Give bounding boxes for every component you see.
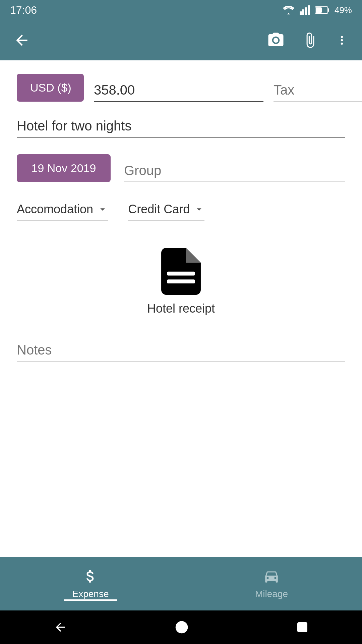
svg-rect-1 — [302, 9, 304, 15]
signal-icon — [300, 5, 310, 15]
mileage-icon — [263, 568, 280, 585]
status-time: 17:06 — [10, 4, 37, 16]
receipt-file-icon — [161, 248, 201, 295]
status-icons: 49% — [282, 5, 352, 15]
app-bar-left — [13, 32, 30, 49]
svg-rect-5 — [328, 8, 329, 12]
more-options-button[interactable] — [335, 31, 349, 49]
bottom-nav: Expense Mileage — [0, 557, 362, 610]
currency-button[interactable]: USD ($) — [17, 74, 84, 102]
payment-chevron-icon — [194, 204, 204, 215]
date-group-row: 19 Nov 2019 — [17, 154, 345, 182]
nav-mileage[interactable]: Mileage — [181, 568, 362, 599]
android-recents-button[interactable] — [296, 621, 308, 633]
svg-point-9 — [176, 622, 187, 633]
amount-row: USD ($) — [17, 74, 345, 102]
category-chevron-icon — [97, 204, 108, 215]
group-input[interactable] — [124, 163, 345, 182]
svg-rect-7 — [167, 272, 195, 276]
nav-expense[interactable]: Expense — [0, 568, 181, 599]
app-bar-right — [267, 31, 349, 49]
tax-input[interactable] — [274, 83, 362, 102]
status-bar: 17:06 49% — [0, 0, 362, 20]
attach-button[interactable] — [302, 31, 318, 49]
receipt-area: Hotel receipt — [17, 241, 345, 322]
payment-dropdown[interactable]: Credit Card — [128, 202, 204, 221]
back-button[interactable] — [13, 32, 30, 49]
expense-nav-label: Expense — [72, 589, 109, 599]
battery-percentage: 49% — [335, 5, 352, 15]
app-bar — [0, 20, 362, 60]
android-back-button[interactable] — [54, 621, 67, 634]
svg-rect-6 — [316, 7, 322, 13]
notes-input[interactable] — [17, 342, 345, 362]
svg-rect-10 — [298, 623, 307, 632]
amount-input[interactable] — [94, 83, 263, 102]
date-button[interactable]: 19 Nov 2019 — [17, 154, 111, 182]
wifi-icon — [282, 5, 295, 15]
svg-rect-0 — [300, 11, 302, 15]
battery-icon — [315, 6, 330, 14]
android-nav-bar — [0, 610, 362, 644]
camera-button[interactable] — [267, 31, 285, 49]
receipt-label: Hotel receipt — [147, 302, 215, 316]
category-payment-row: Accomodation Credit Card — [17, 202, 345, 221]
mileage-nav-label: Mileage — [255, 589, 288, 599]
notes-row — [17, 342, 345, 362]
description-input[interactable] — [17, 118, 345, 138]
svg-rect-8 — [167, 279, 195, 283]
expense-icon — [82, 568, 99, 585]
svg-rect-3 — [308, 5, 310, 15]
category-dropdown[interactable]: Accomodation — [17, 202, 108, 221]
main-content: USD ($) 19 Nov 2019 Accomodation Credit … — [0, 60, 362, 388]
payment-label: Credit Card — [128, 202, 190, 216]
description-row — [17, 118, 345, 138]
svg-rect-2 — [305, 7, 307, 15]
android-home-button[interactable] — [174, 620, 189, 635]
category-label: Accomodation — [17, 202, 93, 216]
